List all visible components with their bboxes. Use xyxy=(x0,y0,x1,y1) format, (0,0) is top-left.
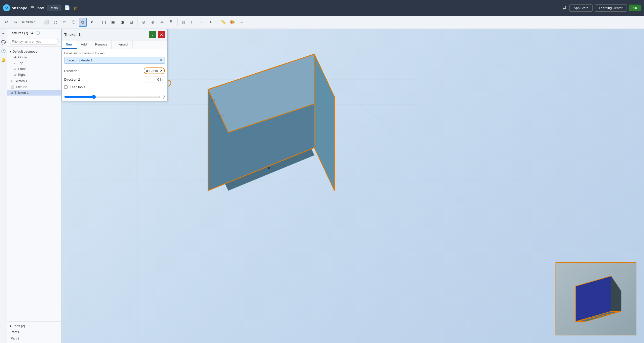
sidebar-settings-icon[interactable]: ⚙ xyxy=(30,31,34,35)
toolbar-redo[interactable]: ↪ xyxy=(11,18,19,27)
tree-item-front[interactable]: ▱ Front xyxy=(7,66,61,72)
faces-label: Faces and surfaces to thicken xyxy=(64,52,165,55)
left-icon-bar: ≡ 💬 🕐 🔔 xyxy=(0,29,7,343)
sketch-icon-tree: ✏ xyxy=(11,79,13,83)
thicken-body: Faces and surfaces to thicken Face of Ex… xyxy=(62,49,167,93)
sync-icon[interactable]: ⇄ xyxy=(562,4,567,12)
toolbar-sep-4 xyxy=(177,18,177,26)
viewport[interactable]: Right Right xyxy=(61,29,644,343)
toolbar-sweep[interactable]: ⟳ xyxy=(60,18,69,27)
left-bar-history[interactable]: 🕐 xyxy=(0,48,7,54)
thicken-tabs: New Add Remove Intersect xyxy=(62,40,167,49)
confirm-button[interactable]: ✓ xyxy=(149,31,156,38)
left-bar-comment[interactable]: 💬 xyxy=(0,39,7,46)
toolbar-sep-3 xyxy=(138,18,138,26)
logo-icon: O xyxy=(3,4,10,11)
toolbar-chamfer[interactable]: ▣ xyxy=(109,18,117,27)
toolbar-pattern[interactable]: ⠿ xyxy=(167,18,175,27)
parts-header[interactable]: ▾ Parts (2) xyxy=(7,323,61,329)
toolbar-thicken[interactable]: ⧉ xyxy=(79,18,87,27)
start-button[interactable]: Sh xyxy=(629,5,641,11)
keep-tools-checkbox[interactable] xyxy=(64,85,68,89)
tab-intersect[interactable]: Intersect xyxy=(112,40,132,49)
face-chip[interactable]: Face of Extrude 1 ✕ xyxy=(64,57,165,64)
parts-item-1[interactable]: Part 1 xyxy=(7,329,61,335)
sketch-label: Sketch xyxy=(26,20,35,24)
filter-input[interactable] xyxy=(10,39,59,45)
toolbar-mate-connector[interactable]: ✦ xyxy=(207,18,215,27)
main-content: ≡ 💬 🕐 🔔 Features (7) ⚙ 🕐 ▾ Default geome… xyxy=(0,29,644,343)
mini-box xyxy=(566,271,626,327)
direction1-flip[interactable]: ↗ xyxy=(159,69,162,73)
toolbar-shell[interactable]: ⊡ xyxy=(127,18,136,27)
direction2-text: 0 in xyxy=(157,78,163,81)
extrude-icon: ⬜ xyxy=(11,85,14,89)
parts-expand-icon: ▾ xyxy=(10,324,11,328)
toolbar-fillet[interactable]: ◫ xyxy=(100,18,108,27)
tree-item-top[interactable]: ▱ Top xyxy=(7,60,61,66)
face-chip-text: Face of Extrude 1 xyxy=(66,58,93,62)
sidebar-tree: ▾ Default geometry ⊕ Origin ▱ Top ▱ Fron… xyxy=(7,47,61,321)
logo-text: onshape xyxy=(12,6,27,10)
tab-remove[interactable]: Remove xyxy=(91,40,112,49)
toolbar-axis[interactable]: ⊢ xyxy=(189,18,197,27)
tree-item-extrude1[interactable]: ⬜ Extrude 1 xyxy=(7,84,61,90)
app-store-button[interactable]: App Store xyxy=(569,4,593,12)
toolbar-mirror[interactable]: ⇔ xyxy=(158,18,166,27)
left-bar-features[interactable]: ≡ xyxy=(1,31,6,37)
toolbar-loft[interactable]: ⬡ xyxy=(70,18,78,27)
tab-add[interactable]: Add xyxy=(77,40,91,49)
page-icon[interactable]: 📄 xyxy=(64,5,70,11)
right-label: Right xyxy=(18,73,26,77)
toolbar-move[interactable]: ⊗ xyxy=(149,18,157,27)
default-geometry-section: ▾ Default geometry ⊕ Origin ▱ Top ▱ Fron… xyxy=(7,48,61,78)
toolbar-plane[interactable]: ▥ xyxy=(180,18,188,27)
toolbar-extrude[interactable]: ⬜ xyxy=(42,18,50,27)
toolbar-revolve[interactable]: ◎ xyxy=(51,18,59,27)
tab-main[interactable]: Main xyxy=(47,5,61,11)
cancel-button[interactable]: ✕ xyxy=(158,31,165,38)
toolbar-undo[interactable]: ↩ xyxy=(2,18,10,27)
thicken-header-btns: ✓ ✕ xyxy=(149,31,165,38)
help-icon[interactable]: ? xyxy=(163,95,165,100)
direction2-label: Direction 2 xyxy=(64,78,80,81)
hamburger-menu[interactable]: ☰ xyxy=(30,5,34,11)
direction2-value[interactable]: 0 in xyxy=(145,77,165,82)
direction2-row: Direction 2 0 in xyxy=(64,75,165,84)
toolbar-boolean[interactable]: ⊕ xyxy=(140,18,148,27)
tree-item-right[interactable]: ▱ Right xyxy=(7,72,61,78)
graduate-icon[interactable]: 🎓 xyxy=(73,5,79,11)
toolbar-draft[interactable]: ◑ xyxy=(118,18,126,27)
doc-name: box xyxy=(37,6,44,10)
default-geometry-header[interactable]: ▾ Default geometry xyxy=(7,49,61,54)
toolbar: ↩ ↪ ✏ Sketch ⬜ ◎ ⟳ ⬡ ⧉ ▾ ◫ ▣ ◑ ⊡ ⊕ ⊗ ⇔ ⠿… xyxy=(0,16,644,29)
face-chip-remove[interactable]: ✕ xyxy=(160,58,163,62)
toolbar-sketch[interactable]: ✏ Sketch xyxy=(20,18,38,27)
sidebar-history-icon[interactable]: 🕐 xyxy=(36,31,40,35)
origin-icon: ⊕ xyxy=(14,56,17,59)
toolbar-dropdown[interactable]: ▾ xyxy=(88,18,96,27)
top-bar: O onshape ☰ box Main 📄 🎓 ⇄ App Store Lea… xyxy=(0,0,644,16)
tab-new[interactable]: New xyxy=(62,40,77,49)
toolbar-measure[interactable]: 📏 xyxy=(219,18,227,27)
direction1-value[interactable]: 0.125 in ↗ xyxy=(144,67,165,74)
toolbar-point[interactable]: · xyxy=(198,18,206,27)
left-bar-notifications[interactable]: 🔔 xyxy=(0,56,7,63)
learning-center-button[interactable]: Learning Center xyxy=(595,4,627,12)
tree-item-origin[interactable]: ⊕ Origin xyxy=(7,54,61,60)
part2-label: Part 2 xyxy=(11,336,19,340)
svg-marker-26 xyxy=(611,276,621,311)
sidebar: Features (7) ⚙ 🕐 ▾ Default geometry ⊕ Or… xyxy=(7,29,61,343)
toolbar-more[interactable]: ⋯ xyxy=(237,18,246,27)
toolbar-appearance[interactable]: 🎨 xyxy=(228,18,236,27)
thicken-icon-tree: ⧉ xyxy=(11,91,13,95)
panel-inset xyxy=(556,262,636,335)
expand-icon: ▾ xyxy=(10,50,11,53)
tree-item-thicken1[interactable]: ⧉ Thicken 1 xyxy=(7,90,61,96)
thickness-slider[interactable] xyxy=(64,95,160,99)
right-icon: ▱ xyxy=(14,73,16,77)
features-label: Features (7) xyxy=(10,31,28,35)
parts-item-2[interactable]: Part 2 xyxy=(7,335,61,341)
origin-label: Origin xyxy=(18,55,27,59)
tree-item-sketch1[interactable]: ✏ Sketch 1 xyxy=(7,78,61,84)
